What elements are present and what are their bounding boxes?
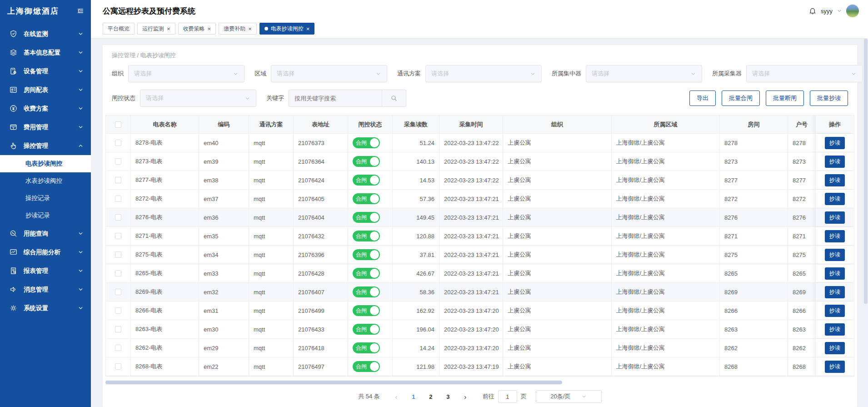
tab-close-icon[interactable]: × — [248, 26, 252, 32]
sidebar-subitem-water-meter-reading-control[interactable]: 水表抄读阀控 — [0, 172, 91, 190]
page-size-select[interactable]: 20条/页 — [536, 390, 602, 403]
breaker-toggle[interactable]: 合闸 — [353, 193, 380, 204]
tab-platform-overview[interactable]: 平台概览 — [103, 23, 135, 35]
row-checkbox[interactable] — [115, 289, 121, 295]
breaker-toggle[interactable]: 合闸 — [353, 137, 380, 148]
pagination-page-2[interactable]: 2 — [424, 393, 437, 400]
read-meter-button[interactable]: 抄读 — [825, 211, 845, 224]
sidebar-item-device-management[interactable]: 设备管理 — [0, 62, 91, 80]
sidebar-item-charging-plan[interactable]: 收费方案 — [0, 99, 91, 118]
sidebar-subitem-electric-meter-reading-control[interactable]: 电表抄读闸控 — [0, 155, 91, 172]
search-button[interactable] — [382, 90, 406, 107]
cell-address: 21076428 — [294, 264, 348, 282]
row-checkbox[interactable] — [115, 214, 121, 221]
tab-charging-strategy[interactable]: 收费策略× — [178, 23, 216, 35]
keyword-input[interactable] — [289, 90, 382, 107]
row-checkbox[interactable] — [115, 233, 121, 239]
concentrator-select[interactable]: 请选择 — [586, 65, 702, 82]
export-button[interactable]: 导出 — [689, 90, 716, 106]
horizontal-scrollbar-thumb[interactable] — [105, 381, 562, 384]
cell-meter-name: 8269-电表 — [131, 283, 199, 301]
vertical-scrollbar-thumb[interactable] — [864, 39, 868, 304]
breaker-toggle[interactable]: 合闸 — [353, 175, 380, 186]
notification-bell-icon[interactable] — [808, 7, 817, 15]
breaker-toggle[interactable]: 合闸 — [353, 342, 380, 353]
cell-protocol: mqtt — [249, 190, 294, 208]
read-meter-button[interactable]: 抄读 — [825, 249, 845, 261]
chevron-down-icon — [78, 31, 84, 37]
row-checkbox[interactable] — [115, 363, 121, 370]
breaker-toggle[interactable]: 合闸 — [353, 286, 380, 297]
user-chevron-down-icon[interactable] — [837, 8, 842, 14]
read-meter-button[interactable]: 抄读 — [825, 156, 845, 168]
organization-select[interactable]: 请选择 — [128, 65, 244, 82]
row-checkbox[interactable] — [115, 177, 121, 183]
read-meter-button[interactable]: 抄读 — [825, 323, 845, 336]
breaker-toggle[interactable]: 合闸 — [353, 231, 380, 241]
breaker-toggle[interactable]: 合闸 — [353, 268, 380, 279]
cell-org: 上虞公寓 — [503, 208, 612, 226]
row-checkbox[interactable] — [115, 196, 121, 202]
row-checkbox[interactable] — [115, 345, 121, 351]
tab-close-icon[interactable]: × — [208, 26, 211, 32]
row-checkbox[interactable] — [115, 158, 121, 165]
read-meter-button[interactable]: 抄读 — [825, 305, 845, 317]
cell-meter-name: 8263-电表 — [131, 320, 199, 338]
collapse-sidebar-icon[interactable] — [76, 7, 85, 15]
breaker-toggle[interactable]: 合闸 — [353, 212, 380, 223]
tab-close-icon[interactable]: × — [306, 26, 310, 32]
tab-payment-subsidy[interactable]: 缴费补助× — [219, 23, 257, 35]
breaker-toggle[interactable]: 合闸 — [353, 361, 380, 372]
chevron-down-icon — [581, 394, 587, 399]
read-meter-button[interactable]: 抄读 — [825, 267, 845, 280]
avatar[interactable] — [846, 5, 859, 17]
row-checkbox[interactable] — [115, 270, 121, 276]
read-meter-button[interactable]: 抄读 — [825, 342, 845, 354]
row-checkbox[interactable] — [115, 140, 121, 146]
read-meter-button[interactable]: 抄读 — [825, 361, 845, 373]
batch-read-button[interactable]: 批量抄读 — [810, 90, 848, 106]
breaker-toggle[interactable]: 合闸 — [353, 324, 380, 335]
sidebar-item-energy-query[interactable]: 用能查询 — [0, 224, 91, 243]
status-select[interactable]: 请选择 — [140, 90, 256, 107]
read-meter-button[interactable]: 抄读 — [825, 193, 845, 205]
select-all-checkbox[interactable] — [115, 121, 121, 128]
pagination-page-1[interactable]: 1 — [407, 393, 420, 400]
read-meter-button[interactable]: 抄读 — [825, 137, 845, 149]
pagination-page-3[interactable]: 3 — [442, 393, 454, 400]
sidebar-subitem-control-records[interactable]: 操控记录 — [0, 190, 91, 207]
protocol-select[interactable]: 请选择 — [425, 65, 542, 82]
sidebar-item-fee-management[interactable]: 费用管理 — [0, 118, 91, 136]
sidebar-item-message-management[interactable]: 消息管理 — [0, 280, 91, 299]
tab-close-icon[interactable]: × — [167, 26, 170, 32]
sidebar-item-basic-info-config[interactable]: 基本信息配置 — [0, 43, 91, 62]
region-select[interactable]: 请选择 — [271, 65, 387, 82]
tab-electric-meter-tab[interactable]: 电表抄读闸控× — [259, 23, 315, 35]
tab-operation-monitoring[interactable]: 运行监测× — [137, 23, 175, 35]
pagination-prev-arrow[interactable]: ‹ — [390, 393, 403, 401]
batch-open-button[interactable]: 批量断闸 — [766, 90, 804, 106]
sidebar-item-control-management[interactable]: 操控管理 — [0, 136, 91, 155]
pagination-next-arrow[interactable]: › — [459, 393, 472, 401]
breadcrumb-parent: 操控管理 — [112, 52, 135, 59]
breaker-toggle[interactable]: 合闸 — [353, 249, 380, 260]
read-meter-button[interactable]: 抄读 — [825, 286, 845, 298]
batch-close-button[interactable]: 批量合闸 — [722, 90, 760, 106]
table-row: 8271-电表 em35 mqtt 21076432 合闸 120.88 202… — [106, 227, 854, 246]
sidebar-subitem-reading-records[interactable]: 抄读记录 — [0, 207, 91, 224]
read-meter-button[interactable]: 抄读 — [825, 230, 845, 242]
sidebar-item-online-monitoring[interactable]: 在线监测 — [0, 25, 91, 43]
read-meter-button[interactable]: 抄读 — [825, 174, 845, 186]
breaker-toggle[interactable]: 合闸 — [353, 156, 380, 167]
sidebar-item-room-meter-config[interactable]: 房间配表 — [0, 80, 91, 99]
sidebar-item-energy-analysis[interactable]: 综合用能分析 — [0, 243, 91, 261]
username[interactable]: syyy — [821, 8, 833, 15]
row-checkbox[interactable] — [115, 251, 121, 258]
row-checkbox[interactable] — [115, 307, 121, 314]
sidebar-item-system-settings[interactable]: 系统设置 — [0, 299, 91, 317]
breaker-toggle[interactable]: 合闸 — [353, 305, 380, 316]
goto-page-input[interactable] — [498, 390, 517, 403]
sidebar-item-report-management[interactable]: 报表管理 — [0, 261, 91, 280]
row-checkbox[interactable] — [115, 326, 121, 332]
collector-select[interactable]: 请选择 — [746, 65, 863, 82]
